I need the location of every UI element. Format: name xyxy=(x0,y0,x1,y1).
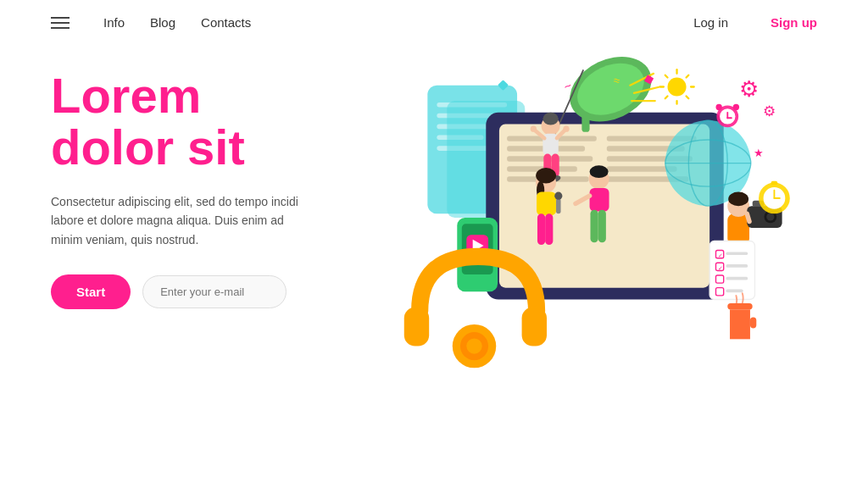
svg-point-35 xyxy=(531,125,537,131)
hero-left: Lorem dolor sit Consectetur adipiscing e… xyxy=(51,53,373,468)
svg-rect-64 xyxy=(522,307,547,346)
svg-point-31 xyxy=(542,113,558,125)
svg-rect-47 xyxy=(556,198,561,213)
svg-text:⚙: ⚙ xyxy=(739,77,759,101)
svg-text:~: ~ xyxy=(561,79,574,94)
svg-point-67 xyxy=(466,338,481,353)
svg-point-70 xyxy=(728,192,748,207)
nav-info[interactable]: Info xyxy=(103,15,125,30)
hero-illustration: ✓ ✓ xyxy=(373,53,817,468)
svg-line-77 xyxy=(747,213,749,221)
svg-line-98 xyxy=(687,97,689,99)
svg-line-99 xyxy=(687,75,689,78)
svg-point-108 xyxy=(733,104,739,110)
hero-title: Lorem dolor sit xyxy=(51,70,373,174)
svg-point-92 xyxy=(667,77,686,96)
svg-rect-51 xyxy=(590,188,609,212)
svg-point-107 xyxy=(715,104,721,110)
hero-section: Lorem dolor sit Consectetur adipiscing e… xyxy=(0,45,868,468)
svg-rect-45 xyxy=(537,213,545,245)
svg-point-74 xyxy=(766,213,774,220)
svg-line-97 xyxy=(665,75,668,78)
svg-rect-81 xyxy=(726,252,748,255)
hero-description: Consectetur adipiscing elit, sed do temp… xyxy=(51,192,305,249)
svg-line-100 xyxy=(665,97,668,99)
start-button[interactable]: Start xyxy=(51,274,131,309)
svg-rect-63 xyxy=(404,307,429,346)
nav-blog[interactable]: Blog xyxy=(150,15,175,30)
svg-point-48 xyxy=(554,192,562,200)
svg-rect-90 xyxy=(730,309,750,339)
email-input[interactable] xyxy=(142,275,287,308)
nav-contacts[interactable]: Contacts xyxy=(201,15,251,30)
svg-rect-86 xyxy=(726,277,748,280)
svg-rect-89 xyxy=(727,303,752,309)
hamburger-menu[interactable] xyxy=(51,17,70,29)
svg-rect-46 xyxy=(545,213,553,245)
svg-point-50 xyxy=(590,165,609,178)
svg-rect-44 xyxy=(537,192,556,216)
svg-rect-84 xyxy=(726,264,748,268)
svg-rect-88 xyxy=(726,290,743,293)
svg-rect-111 xyxy=(771,181,777,186)
svg-point-36 xyxy=(563,125,569,131)
illustration-svg: ✓ ✓ xyxy=(373,53,817,468)
svg-rect-52 xyxy=(590,210,598,243)
svg-rect-53 xyxy=(598,210,606,243)
svg-rect-91 xyxy=(750,318,756,329)
navbar: Info Blog Contacts Log in Sign up xyxy=(0,0,868,45)
login-button[interactable]: Log in xyxy=(693,15,728,30)
hero-actions: Start xyxy=(51,274,373,309)
svg-point-42 xyxy=(536,168,556,183)
svg-text:★: ★ xyxy=(754,147,764,159)
svg-text:⚙: ⚙ xyxy=(763,103,776,119)
svg-text:✓: ✓ xyxy=(718,252,723,259)
signup-button[interactable]: Sign up xyxy=(771,15,817,30)
svg-text:✓: ✓ xyxy=(718,264,723,272)
